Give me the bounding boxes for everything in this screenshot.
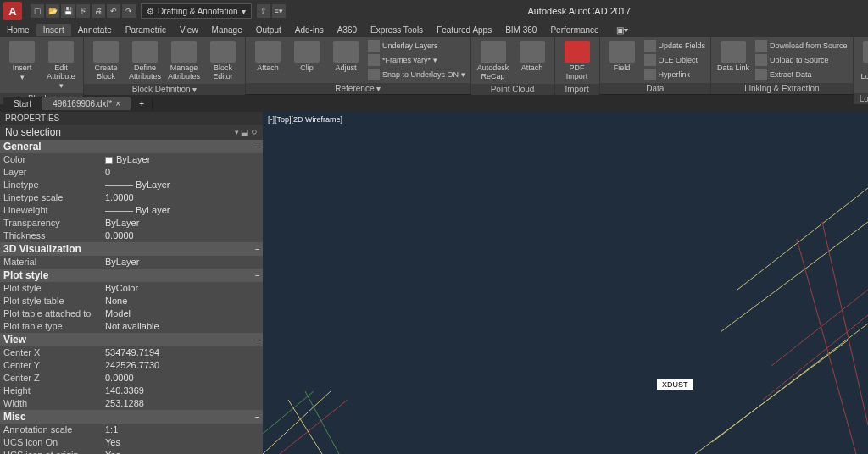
svg-line-11 <box>288 400 322 454</box>
qat-save-icon[interactable]: 💾 <box>61 4 75 18</box>
app-title: Autodesk AutoCAD 2017 <box>291 6 868 16</box>
prop-row[interactable]: UCS icon at originYes <box>0 449 263 454</box>
download-source-button[interactable]: Download from Source <box>754 39 849 53</box>
tab-addins[interactable]: Add-ins <box>288 24 331 36</box>
qat-open-icon[interactable]: 📂 <box>46 4 59 18</box>
ribbon-group-pointcloud: Autodesk ReCap Attach Point Cloud <box>471 37 555 94</box>
drawing-canvas[interactable]: [-][Top][2D Wireframe] XDUST <box>263 112 868 454</box>
properties-body: General–ColorByLayerLayer0Linetype——— By… <box>0 140 263 454</box>
prop-row[interactable]: Height140.3369 <box>0 385 263 397</box>
prop-row[interactable]: Linetype——— ByLayer <box>0 179 263 191</box>
prop-category[interactable]: Plot style– <box>0 269 263 282</box>
prop-row[interactable]: Center X534749.7194 <box>0 346 263 359</box>
tab-view[interactable]: View <box>173 24 205 36</box>
svg-line-10 <box>280 400 348 454</box>
qat-more-icon[interactable]: ≡▾ <box>272 4 286 18</box>
prop-row[interactable]: Plot table attached toModel <box>0 307 263 320</box>
workspace-label: Drafting & Annotation <box>158 7 238 16</box>
prop-row[interactable]: Plot style tableNone <box>0 295 263 307</box>
doc-tab-active[interactable]: 496169906.dxf*× <box>42 97 131 110</box>
prop-category[interactable]: View– <box>0 333 263 346</box>
frames-dropdown[interactable]: *Frames vary* ▾ <box>366 53 467 67</box>
insert-block-button[interactable]: Insert▾ <box>3 39 41 83</box>
attach-button[interactable]: Attach <box>249 39 287 74</box>
ribbon-group-import: PDF Import Import <box>555 37 600 94</box>
gear-icon: ⚙ <box>147 7 154 16</box>
tab-home[interactable]: Home <box>0 24 36 36</box>
prop-row[interactable]: Linetype scale1.0000 <box>0 191 263 204</box>
ribbon-group-location: Set Location▾ Location <box>854 37 868 94</box>
app-logo[interactable]: A <box>3 2 22 20</box>
doc-tab-start[interactable]: Start <box>3 97 42 110</box>
tab-output[interactable]: Output <box>249 24 288 36</box>
tab-performance[interactable]: Performance <box>543 24 605 36</box>
svg-line-6 <box>797 239 856 454</box>
ribbon-group-reference: Attach Clip Adjust Underlay Layers *Fram… <box>246 37 471 94</box>
recap-button[interactable]: Autodesk ReCap <box>475 39 512 82</box>
qat-extra: ⇪ ≡▾ <box>252 4 291 18</box>
tab-parametric[interactable]: Parametric <box>119 24 173 36</box>
prop-row[interactable]: Center Z0.0000 <box>0 372 263 385</box>
prop-row[interactable]: UCS icon OnYes <box>0 436 263 449</box>
tab-a360[interactable]: A360 <box>331 24 364 36</box>
data-link-button[interactable]: Data Link <box>715 39 752 74</box>
set-location-button[interactable]: Set Location▾ <box>857 39 868 91</box>
prop-row[interactable]: Width253.1288 <box>0 397 263 410</box>
group-title-reference: Reference ▾ <box>246 83 470 94</box>
qat-saveas-icon[interactable]: ⎘ <box>76 4 90 18</box>
extract-data-button[interactable]: Extract Data <box>754 68 849 81</box>
chevron-down-icon: ▾ <box>242 7 246 16</box>
ribbon-group-block: Insert▾ Edit Attribute▾ Block ▾ <box>0 37 84 94</box>
properties-selection[interactable]: No selection ▾ ⬓ ↻ <box>0 125 263 140</box>
manage-attributes-button[interactable]: Manage Attributes <box>165 39 203 82</box>
qat-new-icon[interactable]: ▢ <box>31 4 44 18</box>
ole-object-button[interactable]: OLE Object <box>643 53 708 67</box>
prop-row[interactable]: Plot styleByColor <box>0 282 263 295</box>
edit-attribute-button[interactable]: Edit Attribute▾ <box>42 39 80 91</box>
underlay-layers-button[interactable]: Underlay Layers <box>366 39 467 53</box>
snap-underlays-dropdown[interactable]: Snap to Underlays ON ▾ <box>366 68 467 81</box>
qat-redo-icon[interactable]: ↷ <box>122 4 136 18</box>
doc-tab-new[interactable]: + <box>131 97 153 110</box>
prop-row[interactable]: Annotation scale1:1 <box>0 424 263 436</box>
svg-line-8 <box>263 391 331 454</box>
attach-pc-button[interactable]: Attach <box>514 39 551 74</box>
selection-controls[interactable]: ▾ ⬓ ↻ <box>235 128 258 136</box>
prop-category[interactable]: General– <box>0 140 263 153</box>
qat-plot-icon[interactable]: 🖨 <box>92 4 105 18</box>
pdf-import-button[interactable]: PDF Import <box>559 39 596 82</box>
tab-bim360[interactable]: BIM 360 <box>498 24 543 36</box>
svg-line-12 <box>305 391 339 454</box>
hyperlink-button[interactable]: Hyperlink <box>643 68 708 81</box>
clip-button[interactable]: Clip <box>288 39 326 74</box>
prop-row[interactable]: MaterialByLayer <box>0 256 263 269</box>
prop-row[interactable]: TransparencyByLayer <box>0 217 263 230</box>
main-area: PROPERTIES No selection ▾ ⬓ ↻ General–Co… <box>0 112 868 454</box>
workspace-dropdown[interactable]: ⚙ Drafting & Annotation ▾ <box>141 3 252 19</box>
svg-line-5 <box>695 340 848 454</box>
prop-row[interactable]: Plot table typeNot available <box>0 320 263 333</box>
prop-row[interactable]: Layer0 <box>0 166 263 179</box>
close-icon[interactable]: × <box>115 99 120 108</box>
block-editor-button[interactable]: Block Editor <box>204 39 242 82</box>
prop-row[interactable]: Center Y242526.7730 <box>0 359 263 372</box>
create-block-button[interactable]: Create Block <box>87 39 125 82</box>
qat-share-icon[interactable]: ⇪ <box>257 4 270 18</box>
qat-undo-icon[interactable]: ↶ <box>107 4 120 18</box>
tab-featured[interactable]: Featured Apps <box>430 24 498 36</box>
prop-category[interactable]: 3D Visualization– <box>0 242 263 256</box>
field-button[interactable]: Field <box>604 39 641 74</box>
upload-source-button[interactable]: Upload to Source <box>754 53 849 67</box>
prop-category[interactable]: Misc– <box>0 410 263 424</box>
adjust-button[interactable]: Adjust <box>327 39 364 74</box>
prop-row[interactable]: Lineweight——— ByLayer <box>0 204 263 217</box>
prop-row[interactable]: ColorByLayer <box>0 153 263 166</box>
panel-toggle-icon[interactable]: ▣▾ <box>609 24 635 36</box>
update-fields-button[interactable]: Update Fields <box>643 39 708 53</box>
prop-row[interactable]: Thickness0.0000 <box>0 230 263 242</box>
tab-annotate[interactable]: Annotate <box>71 24 119 36</box>
define-attributes-button[interactable]: Define Attributes <box>126 39 164 82</box>
tab-insert[interactable]: Insert <box>36 24 71 36</box>
tab-manage[interactable]: Manage <box>205 24 249 36</box>
tab-express[interactable]: Express Tools <box>364 24 430 36</box>
